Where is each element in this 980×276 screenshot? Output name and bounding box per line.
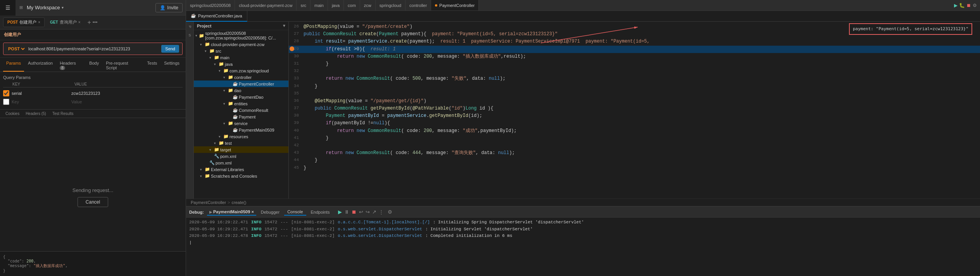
ide-tab-paymentcontroller[interactable]: PaymentController — [431, 0, 479, 11]
workspace-name[interactable]: My Workspace — [27, 5, 60, 10]
tree-item-payment-dao[interactable]: ☕ PaymentDao — [194, 94, 288, 100]
code-line-32: 32 — [289, 68, 980, 75]
tree-item-test[interactable]: ▾ 📁 test — [194, 140, 288, 146]
tab-label-get: 查询用户 — [60, 19, 77, 25]
ide-tab-cloud-provider[interactable]: cloud-provider-payment-zcw — [235, 0, 297, 11]
new-tab-button[interactable]: + — [87, 19, 91, 26]
code-line-28: 28 int result= paymentService.create(pay… — [289, 38, 980, 45]
activity-structure-icon[interactable]: S — [186, 32, 193, 39]
cancel-button[interactable]: Cancel — [78, 197, 108, 207]
debug-settings-icon[interactable]: ⚙ — [387, 208, 393, 216]
sending-text: Sending request... — [72, 187, 114, 193]
send-button[interactable]: Send — [161, 45, 179, 53]
workspace-dropdown-icon: ▾ — [62, 5, 64, 10]
log-line-3: 2020-05-09 16:29:22.478 INFO 15472 --- [… — [189, 233, 977, 240]
ide-tab-springcloud2[interactable]: springcloud — [376, 0, 405, 11]
param-tab-auth[interactable]: Authorization — [25, 59, 56, 72]
method-selector[interactable]: POST GET — [7, 46, 26, 51]
param-tab-headers[interactable]: Headers 8 — [57, 59, 85, 72]
tree-item-pom-xml-inner[interactable]: 🔧 pom.xml — [194, 153, 288, 159]
tab-options-button[interactable]: ••• — [93, 20, 98, 25]
url-input[interactable] — [28, 46, 159, 51]
ide-tab-main[interactable]: main — [311, 0, 328, 11]
code-line-44: 44 } — [289, 157, 980, 164]
tree-item-controller[interactable]: ▾ 📁 controller — [194, 74, 288, 81]
response-tab-cookies[interactable]: Cookies — [3, 111, 22, 117]
debug-cursor-line: | — [189, 240, 977, 247]
param-tab-params[interactable]: Params — [3, 59, 24, 72]
param-row-empty: Key Value — [3, 98, 183, 106]
debug-btn-step-out[interactable]: ↗ — [371, 208, 377, 216]
invite-button[interactable]: 👤 Invite — [155, 3, 183, 12]
debug-log-output: 2020-05-09 16:29:22.471 INFO 15472 --- [… — [186, 218, 980, 276]
tree-item-com-zcw[interactable]: ▾ 📁 com.zcw.springcloud — [194, 67, 288, 74]
tree-item-pom-xml-outer[interactable]: 🔧 pom.xml — [194, 159, 288, 166]
debug-tab-endpoints[interactable]: Endpoints — [308, 209, 333, 215]
annotation-red-box: payment: "Payment(id=5, serial=zcw123123… — [849, 23, 972, 35]
tree-item-payment[interactable]: ☕ Payment — [194, 113, 288, 120]
run-icon[interactable]: ▶ — [954, 3, 958, 8]
tree-item-dao[interactable]: ▾ 📁 dao — [194, 87, 288, 94]
ide-tab-controller[interactable]: controller — [405, 0, 431, 11]
ide-tab-zcw[interactable]: zcw — [360, 0, 376, 11]
debug-btn-stop[interactable]: ⏹ — [351, 208, 357, 216]
param-checkbox-serial[interactable] — [3, 90, 9, 96]
tree-item-target[interactable]: ▾ 📁 target — [194, 146, 288, 153]
code-line-30: 30 return new CommonResult( code: 200, m… — [289, 53, 980, 60]
invite-icon: 👤 — [160, 5, 166, 10]
tree-item-payment-controller[interactable]: ☕ PaymentController — [194, 81, 288, 87]
debug-btn-step-into[interactable]: ↪ — [365, 208, 371, 216]
close-tab-icon[interactable]: × — [38, 20, 40, 24]
tree-item-entities[interactable]: ▾ 📁 entities — [194, 100, 288, 107]
stop-icon[interactable]: ⏹ — [966, 3, 971, 8]
code-line-31: 31 } — [289, 60, 980, 68]
tree-item-common-result[interactable]: ☕ CommonResult — [194, 107, 288, 113]
debug-btn-more[interactable]: ⋮ — [378, 208, 385, 216]
tree-item-payment-main[interactable]: ☕ PaymentMain0509 — [194, 127, 288, 133]
tree-item-main[interactable]: ▾ 📁 main — [194, 54, 288, 61]
param-key-empty[interactable]: Key — [12, 99, 71, 104]
hamburger-menu[interactable]: ☰ — [0, 0, 16, 15]
debug-btn-pause[interactable]: ⏸ — [343, 208, 350, 216]
query-params-title: Query Params — [3, 75, 183, 80]
file-tab-payment-controller[interactable]: ☕ PaymentController.java — [186, 11, 247, 22]
tree-item-springcloud[interactable]: ▾ 📁 springcloud20200508 [com.zcw.springc… — [194, 30, 288, 41]
param-tab-prerequest[interactable]: Pre-request Script — [103, 59, 143, 72]
debug-tab-console[interactable]: Console — [284, 209, 306, 216]
tab-label-post: 创建用户 — [19, 19, 36, 25]
debug-label: Debug: — [189, 210, 204, 214]
response-tab-headers[interactable]: Headers (5) — [23, 111, 48, 117]
java-file-icon: ☕ — [191, 13, 196, 18]
ide-tab-springcloud[interactable]: springcloud20200508 — [186, 0, 235, 11]
response-tab-test-results[interactable]: Test Results — [50, 111, 76, 117]
tree-item-cloud-provider[interactable]: ▾ 📁 cloud-provider-payment-zcw — [194, 41, 288, 48]
debug-icon[interactable]: 🐛 — [959, 3, 965, 8]
param-tab-tests[interactable]: Tests — [144, 59, 160, 72]
ide-tab-src[interactable]: src — [297, 0, 311, 11]
code-line-45: 45 } — [289, 165, 980, 172]
request-tab-post[interactable]: POST 创建用户 × — [3, 17, 45, 27]
ide-tab-java[interactable]: java — [328, 0, 344, 11]
ide-tab-com[interactable]: com — [344, 0, 360, 11]
tree-item-scratches[interactable]: ▾ 📁 Scratches and Consoles — [194, 173, 288, 179]
param-checkbox-empty[interactable] — [3, 99, 9, 105]
explorer-title: Project — [197, 24, 211, 28]
activity-project-icon[interactable]: P — [186, 23, 193, 30]
param-tab-settings[interactable]: Settings — [161, 59, 183, 72]
request-tab-get[interactable]: GET 查询用户 × — [46, 18, 84, 27]
close-tab-icon-2[interactable]: × — [78, 20, 81, 24]
tree-item-java[interactable]: ▾ 📁 java — [194, 61, 288, 67]
tree-item-src[interactable]: ▾ 📁 src — [194, 48, 288, 54]
tree-item-external-libs[interactable]: ▾ 📁 External Libraries — [194, 166, 288, 173]
explorer-dropdown[interactable]: ▾ — [283, 23, 285, 28]
settings-icon[interactable]: ⚙ — [973, 3, 977, 8]
param-value-empty[interactable]: Value — [71, 99, 183, 104]
tree-item-service[interactable]: ▾ 📁 service — [194, 120, 288, 127]
debug-btn-resume[interactable]: ▶ — [337, 208, 343, 216]
debug-tab-debugger[interactable]: Debugger — [258, 209, 283, 215]
debug-btn-step-over[interactable]: ↩ — [358, 208, 364, 216]
param-value-serial: zcw123123123 — [71, 91, 183, 96]
tree-item-resources[interactable]: ▾ 📁 resources — [194, 133, 288, 140]
param-tab-body[interactable]: Body — [86, 59, 102, 72]
debug-session-label[interactable]: ▶ PaymentMain0509 × — [207, 209, 256, 216]
